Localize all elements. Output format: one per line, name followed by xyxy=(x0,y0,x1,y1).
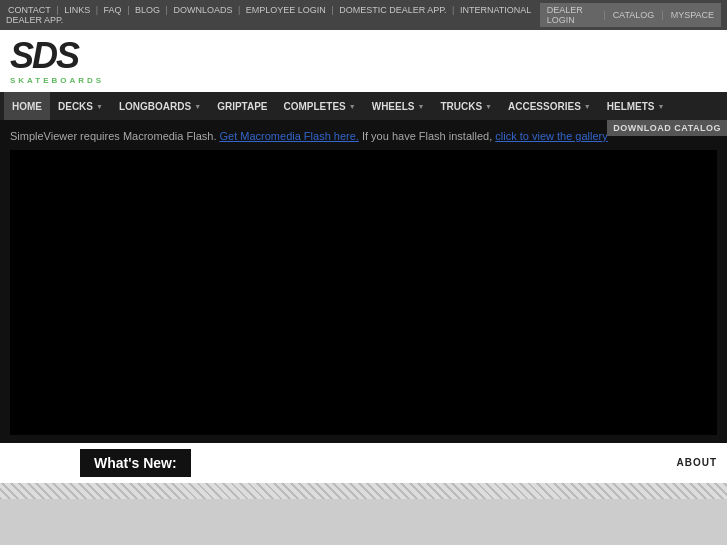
nav-trucks[interactable]: TRUCKS ▼ xyxy=(432,92,500,120)
download-catalog-button[interactable]: DOWNLOAD CATALOG xyxy=(607,120,727,136)
blog-link[interactable]: BLOG xyxy=(135,5,160,15)
nav-wheels[interactable]: WHEELS ▼ xyxy=(364,92,433,120)
top-bar: CONTACT | LINKS | FAQ | BLOG | DOWNLOADS… xyxy=(0,0,727,30)
top-bar-left: CONTACT | LINKS | FAQ | BLOG | DOWNLOADS… xyxy=(6,5,540,25)
whats-new-bar: What's New: ABOUT xyxy=(0,443,727,483)
top-bar-right: DEALER LOGIN | CATALOG | MYSPACE xyxy=(540,3,721,27)
employee-login-link[interactable]: EMPLOYEE LOGIN xyxy=(246,5,326,15)
logo-subtitle: SKATEBOARDS xyxy=(10,76,104,85)
helmets-arrow: ▼ xyxy=(658,103,665,110)
domestic-dealer-link[interactable]: DOMESTIC DEALER APP. xyxy=(339,5,446,15)
flash-text-prefix: SimpleViewer requires Macromedia Flash. xyxy=(10,130,216,142)
decks-arrow: ▼ xyxy=(96,103,103,110)
wheels-arrow: ▼ xyxy=(417,103,424,110)
links-link[interactable]: LINKS xyxy=(64,5,90,15)
nav-helmets[interactable]: HELMETS ▼ xyxy=(599,92,673,120)
whats-new-label: What's New: xyxy=(80,449,191,477)
nav-accessories[interactable]: ACCESSORIES ▼ xyxy=(500,92,599,120)
content-wrapper: DOWNLOAD CATALOG SimpleViewer requires M… xyxy=(0,120,727,443)
faq-link[interactable]: FAQ xyxy=(104,5,122,15)
logo-container: SDS SKATEBOARDS xyxy=(10,38,104,85)
accessories-arrow: ▼ xyxy=(584,103,591,110)
nav-completes[interactable]: COMPLETES ▼ xyxy=(276,92,364,120)
nav-home[interactable]: HOME xyxy=(4,92,50,120)
flash-black-area xyxy=(10,150,717,435)
catalog-link[interactable]: CATALOG xyxy=(613,10,655,20)
footer-strip xyxy=(0,483,727,499)
flash-link-1[interactable]: Get Macromedia Flash here. xyxy=(220,130,359,142)
about-link[interactable]: ABOUT xyxy=(676,457,717,468)
trucks-arrow: ▼ xyxy=(485,103,492,110)
completes-arrow: ▼ xyxy=(349,103,356,110)
logo-text: SDS xyxy=(10,38,104,74)
main-nav: HOME DECKS ▼ LONGBOARDS ▼ GRIPTAPE COMPL… xyxy=(0,92,727,120)
flash-text-mid: If you have Flash installed, xyxy=(362,130,492,142)
contact-link[interactable]: CONTACT xyxy=(8,5,51,15)
nav-decks[interactable]: DECKS ▼ xyxy=(50,92,111,120)
nav-longboards[interactable]: LONGBOARDS ▼ xyxy=(111,92,209,120)
flash-area: SimpleViewer requires Macromedia Flash. … xyxy=(0,120,727,443)
flash-link-2[interactable]: click to view the gallery xyxy=(495,130,608,142)
longboards-arrow: ▼ xyxy=(194,103,201,110)
logo-bar: SDS SKATEBOARDS xyxy=(0,30,727,92)
myspace-link[interactable]: MYSPACE xyxy=(671,10,714,20)
nav-griptape[interactable]: GRIPTAPE xyxy=(209,92,275,120)
dealer-login-link[interactable]: DEALER LOGIN xyxy=(547,5,597,25)
downloads-link[interactable]: DOWNLOADS xyxy=(173,5,232,15)
